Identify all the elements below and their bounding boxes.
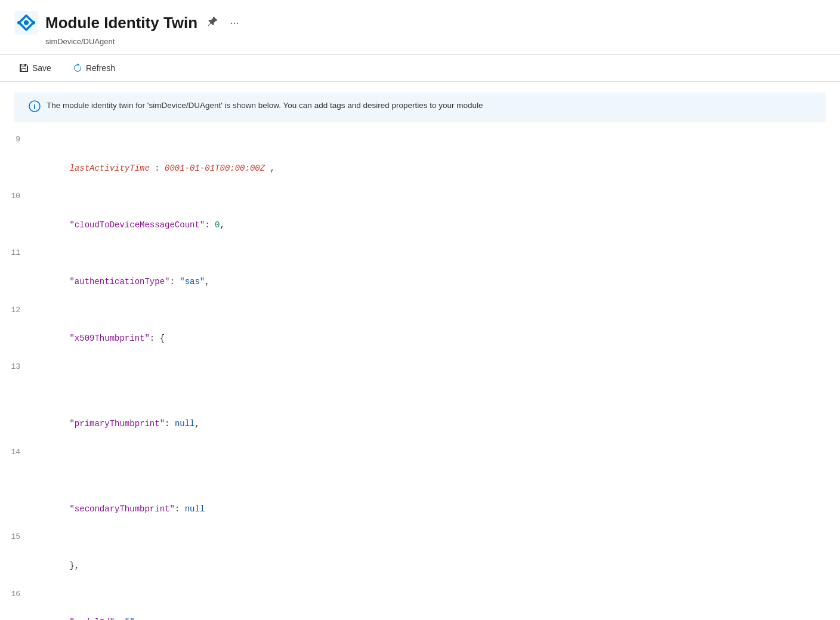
- code-line-9: 9 lastActivityTime : 0001-01-01T00:00:00…: [0, 133, 840, 190]
- line-content-12: "x509Thumbprint": {: [30, 304, 840, 360]
- code-line-10: 10 "cloudToDeviceMessageCount": 0,: [0, 190, 840, 246]
- line-content-14: "secondaryThumbprint": null: [30, 446, 840, 531]
- code-line-15: 15 },: [0, 530, 840, 587]
- info-icon: i: [29, 100, 41, 115]
- line-content-9: lastActivityTime : 0001-01-01T00:00:00Z …: [30, 133, 840, 190]
- line-content-13: "primaryThumbprint": null,: [30, 360, 840, 446]
- code-editor: 9 lastActivityTime : 0001-01-01T00:00:00…: [0, 133, 840, 620]
- line-num-11: 11: [0, 246, 30, 260]
- line-num-13: 13: [0, 360, 30, 374]
- line-num-14: 14: [0, 446, 30, 459]
- save-button[interactable]: Save: [14, 61, 56, 75]
- page-header: Module Identity Twin ··· simDevice/DUAge…: [0, 0, 840, 54]
- page-title: Module Identity Twin: [45, 14, 197, 32]
- refresh-label: Refresh: [86, 63, 115, 73]
- svg-point-3: [32, 21, 35, 24]
- pin-icon[interactable]: [205, 14, 220, 32]
- save-label: Save: [32, 63, 51, 73]
- info-text: The module identity twin for 'simDevice/…: [47, 100, 483, 112]
- toolbar-separator: [0, 81, 840, 82]
- refresh-button[interactable]: Refresh: [68, 61, 120, 75]
- subtitle: simDevice/DUAgent: [45, 37, 826, 46]
- line-content-10: "cloudToDeviceMessageCount": 0,: [30, 190, 840, 246]
- line-num-9: 9: [0, 133, 30, 146]
- title-row: Module Identity Twin ···: [14, 11, 826, 35]
- code-line-16: 16 "modelId": "",: [0, 588, 840, 621]
- svg-text:i: i: [33, 102, 36, 111]
- line-num-15: 15: [0, 530, 30, 544]
- line-num-16: 16: [0, 588, 30, 601]
- line-num-12: 12: [0, 304, 30, 317]
- code-line-11: 11 "authenticationType": "sas",: [0, 246, 840, 303]
- save-icon: [19, 63, 29, 73]
- info-banner: i The module identity twin for 'simDevic…: [14, 92, 826, 122]
- svg-point-1: [24, 20, 29, 25]
- refresh-icon: [73, 63, 82, 73]
- line-num-10: 10: [0, 190, 30, 203]
- line-content-15: },: [30, 530, 840, 587]
- more-options-icon[interactable]: ···: [227, 14, 241, 32]
- code-line-12: 12 "x509Thumbprint": {: [0, 304, 840, 360]
- toolbar: Save Refresh: [0, 54, 840, 81]
- svg-point-2: [17, 21, 21, 24]
- line-content-11: "authenticationType": "sas",: [30, 246, 840, 303]
- line-content-16: "modelId": "",: [30, 588, 840, 621]
- app-icon: [14, 11, 38, 35]
- code-line-13: 13 "primaryThumbprint": null,: [0, 360, 840, 446]
- code-line-14: 14 "secondaryThumbprint": null: [0, 446, 840, 531]
